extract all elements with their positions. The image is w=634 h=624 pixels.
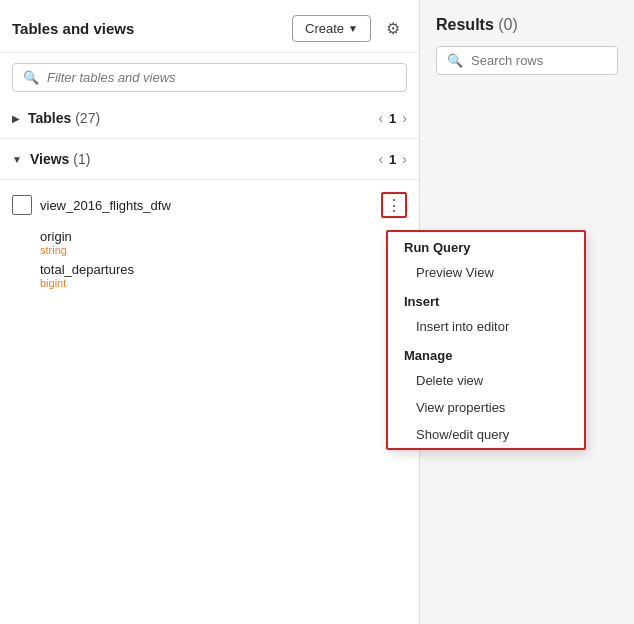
views-prev-arrow[interactable]: ‹ bbox=[378, 151, 383, 167]
tables-next-arrow[interactable]: › bbox=[402, 110, 407, 126]
views-next-arrow[interactable]: › bbox=[402, 151, 407, 167]
menu-section-manage: Manage bbox=[388, 340, 584, 367]
column-name: origin bbox=[40, 229, 407, 244]
view-item: view_2016_flights_dfw ⋮ bbox=[0, 184, 419, 226]
tables-label: Tables (27) bbox=[28, 110, 100, 126]
header-actions: Create ▼ ⚙ bbox=[292, 14, 407, 42]
divider-2 bbox=[0, 179, 419, 180]
views-section-header[interactable]: ▼ Views (1) ‹ 1 › bbox=[0, 143, 419, 175]
triangle-right-icon: ▶ bbox=[12, 113, 20, 124]
chevron-down-icon: ▼ bbox=[348, 23, 358, 34]
filter-search-box[interactable]: 🔍 bbox=[12, 63, 407, 92]
search-rows-box[interactable]: 🔍 bbox=[436, 46, 618, 75]
column-item-total-departures: total_departures bigint bbox=[0, 259, 419, 292]
filter-input[interactable] bbox=[47, 70, 396, 85]
menu-item-insert-into-editor[interactable]: Insert into editor bbox=[388, 313, 584, 340]
tables-prev-arrow[interactable]: ‹ bbox=[378, 110, 383, 126]
results-header: Results (0) bbox=[436, 16, 618, 34]
triangle-down-icon: ▼ bbox=[12, 154, 22, 165]
views-page-num: 1 bbox=[389, 152, 396, 167]
kebab-icon: ⋮ bbox=[386, 196, 402, 215]
kebab-menu-button[interactable]: ⋮ bbox=[381, 192, 407, 218]
menu-section-insert: Insert bbox=[388, 286, 584, 313]
settings-button[interactable]: ⚙ bbox=[379, 14, 407, 42]
divider-1 bbox=[0, 138, 419, 139]
column-name: total_departures bbox=[40, 262, 407, 277]
views-label: Views (1) bbox=[30, 151, 90, 167]
column-item-origin: origin string bbox=[0, 226, 419, 259]
panel-header: Tables and views Create ▼ ⚙ bbox=[0, 0, 419, 53]
view-name: view_2016_flights_dfw bbox=[40, 198, 171, 213]
column-type: string bbox=[40, 244, 407, 256]
results-count: (0) bbox=[498, 16, 518, 33]
column-type: bigint bbox=[40, 277, 407, 289]
gear-icon: ⚙ bbox=[386, 19, 400, 38]
menu-item-preview-view[interactable]: Preview View bbox=[388, 259, 584, 286]
views-pagination: ‹ 1 › bbox=[378, 151, 407, 167]
menu-item-delete-view[interactable]: Delete view bbox=[388, 367, 584, 394]
menu-section-run-query: Run Query bbox=[388, 232, 584, 259]
tables-page-num: 1 bbox=[389, 111, 396, 126]
search-rows-icon: 🔍 bbox=[447, 53, 463, 68]
view-icon bbox=[12, 195, 32, 215]
menu-item-view-properties[interactable]: View properties bbox=[388, 394, 584, 421]
menu-item-show-edit-query[interactable]: Show/edit query bbox=[388, 421, 584, 448]
create-button[interactable]: Create ▼ bbox=[292, 15, 371, 42]
tables-pagination: ‹ 1 › bbox=[378, 110, 407, 126]
search-rows-input[interactable] bbox=[471, 53, 607, 68]
left-panel: Tables and views Create ▼ ⚙ 🔍 ▶ Tables (… bbox=[0, 0, 420, 624]
tables-section-header[interactable]: ▶ Tables (27) ‹ 1 › bbox=[0, 102, 419, 134]
search-icon: 🔍 bbox=[23, 70, 39, 85]
context-menu: Run Query Preview View Insert Insert int… bbox=[386, 230, 586, 450]
panel-title: Tables and views bbox=[12, 20, 134, 37]
